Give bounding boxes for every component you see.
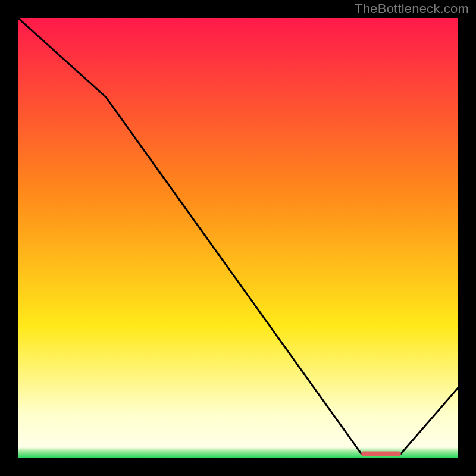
bottleneck-chart [18, 18, 458, 458]
plot-area [18, 18, 458, 458]
gradient-background [18, 18, 458, 458]
optimum-marker [361, 452, 401, 456]
chart-frame: TheBottleneck.com [0, 0, 476, 476]
watermark-text: TheBottleneck.com [355, 1, 469, 17]
